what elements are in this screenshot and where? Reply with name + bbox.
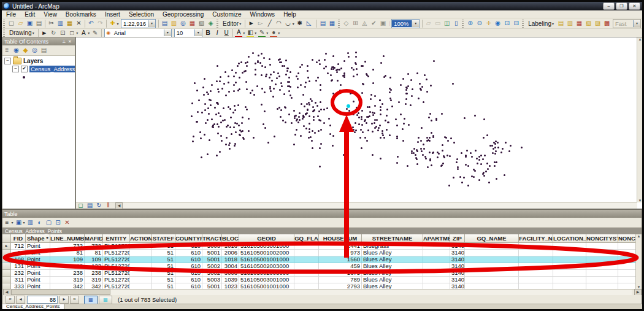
scroll-down-icon[interactable]: ▼: [637, 285, 641, 289]
edit-vertices-tool[interactable]: ◺: [305, 19, 313, 28]
zoom-out-tool[interactable]: ⊖: [475, 19, 484, 28]
search-window-button[interactable]: ◎: [179, 19, 188, 28]
fill-color-button[interactable]: ◧▾: [246, 29, 257, 37]
zoom-percent-dropdown-button[interactable]: ▾: [412, 20, 419, 27]
add-data-button[interactable]: ✚▾: [109, 19, 120, 28]
table-vertical-scrollbar[interactable]: ▲ ▼: [635, 234, 642, 289]
column-header-mafid[interactable]: MAFID: [85, 234, 103, 243]
column-header-bloc[interactable]: BLOC: [222, 234, 239, 243]
print-button[interactable]: ▤: [35, 19, 44, 28]
table-row[interactable]: 108Point109109PL512720516105001101851610…: [2, 256, 636, 263]
italic-button[interactable]: I: [213, 29, 221, 37]
row-selector-header[interactable]: [2, 234, 11, 243]
toolbar-grip[interactable]: [3, 29, 5, 37]
edit-tool[interactable]: ►: [247, 19, 256, 28]
row-selector[interactable]: [2, 256, 11, 263]
font-size-combo[interactable]: 10 ▾: [174, 29, 202, 37]
zoom-in-tool[interactable]: ⊕: [466, 19, 475, 28]
menu-geoprocessing[interactable]: Geoprocessing: [158, 11, 208, 18]
label-priority-button[interactable]: ▥: [566, 19, 575, 28]
zoom-percent-combo[interactable]: 100% ▾: [391, 19, 420, 28]
line-color-button[interactable]: ✎▾: [258, 29, 269, 37]
table-tab-census-address-points[interactable]: Census_Address_Points: [2, 304, 64, 310]
callout-tool[interactable]: ✎: [91, 29, 99, 37]
lock-labels-button[interactable]: ▧: [585, 19, 593, 28]
labeling-menu-button[interactable]: Labeling▾: [526, 20, 556, 28]
menu-bookmarks[interactable]: Bookmarks: [61, 11, 101, 18]
paste-button[interactable]: ▦: [66, 19, 74, 28]
new-map-file-button[interactable]: ▢: [7, 19, 16, 28]
title-bar[interactable]: Untitled - ArcMap – ❐ ✕: [2, 2, 642, 10]
label-engine-speed-dropdown-button[interactable]: ▾: [633, 20, 640, 27]
toolbar-grip[interactable]: [462, 20, 464, 28]
zoom-to-elements-button[interactable]: ⊡: [58, 29, 67, 37]
menu-edit[interactable]: Edit: [20, 11, 39, 18]
menu-view[interactable]: View: [39, 11, 61, 18]
menu-file[interactable]: File: [2, 11, 20, 18]
toc-close-button[interactable]: ✕: [67, 39, 73, 45]
first-record-button[interactable]: «: [6, 296, 15, 304]
record-number-input[interactable]: [27, 296, 58, 304]
column-header-countyf[interactable]: COUNTYF: [175, 234, 202, 243]
column-header-location-[interactable]: LOCATION_: [553, 234, 586, 243]
layout-zoom-page-width-button[interactable]: ▭: [434, 19, 442, 28]
bold-button[interactable]: B: [204, 29, 212, 37]
scroll-down-icon[interactable]: ▼: [638, 199, 642, 202]
scroll-up-icon[interactable]: ▲: [637, 234, 641, 238]
list-by-source-button[interactable]: ◉: [12, 46, 21, 55]
clear-selection-button[interactable]: ▢: [45, 218, 53, 227]
data-view-button[interactable]: ◻: [77, 201, 85, 210]
row-selector[interactable]: [2, 283, 11, 289]
edit-annotation-tool[interactable]: ▻: [256, 19, 265, 28]
view-unplaced-labels-button[interactable]: ▩: [603, 19, 611, 28]
column-header-shape-[interactable]: Shape *: [26, 234, 50, 243]
toolbar-grip[interactable]: [217, 20, 218, 28]
layout-view-button[interactable]: ▤: [86, 201, 94, 210]
show-all-records-button[interactable]: ▦: [84, 296, 98, 304]
arctoolbox-window-button[interactable]: ▦: [188, 19, 197, 28]
table-row[interactable]: 311Point319319PL512720516105003103951610…: [2, 277, 636, 283]
show-selected-records-button[interactable]: ▦: [99, 296, 112, 304]
column-header-noncityst[interactable]: NONCITYST: [586, 234, 618, 243]
validate-edits-button[interactable]: ✔: [369, 19, 378, 28]
cut-button[interactable]: ✂: [47, 19, 56, 28]
pause-drawing-button[interactable]: ‖: [104, 201, 113, 210]
create-features-window-button[interactable]: ⊞: [351, 19, 359, 28]
marker-color-button[interactable]: ●▾: [269, 29, 280, 37]
table-row[interactable]: 80Point8181PL512720516105001200651610500…: [2, 250, 636, 256]
toolbar-grip[interactable]: [3, 20, 5, 28]
list-by-drawing-order-button[interactable]: ≡: [3, 46, 12, 55]
font-combo[interactable]: ◉ Arial ▾: [104, 29, 172, 37]
switch-selection-button[interactable]: ◐: [36, 218, 44, 227]
label-manager-button[interactable]: ▤: [557, 19, 565, 28]
endpoint-arc-tool[interactable]: ◠: [275, 19, 283, 28]
refresh-view-button[interactable]: ↻: [95, 201, 104, 210]
table-row[interactable]: ▸712Point732732PL51272051610500310165161…: [2, 243, 636, 250]
layout-fixed-zoom-button[interactable]: ◫: [443, 19, 451, 28]
straight-segment-tool[interactable]: ╱: [266, 19, 274, 28]
column-header-entity[interactable]: ENTITY: [103, 234, 130, 243]
rotate-element-tool[interactable]: ↻: [49, 29, 58, 37]
table-options-button[interactable]: ≡▾: [3, 218, 14, 227]
toc-title-bar[interactable]: Table Of Contents ⊥ ✕: [2, 37, 75, 45]
topology-edit-button[interactable]: ◬: [360, 19, 369, 28]
selected-address-point[interactable]: [347, 104, 350, 108]
scroll-up-icon[interactable]: ▲: [638, 37, 642, 41]
layer-node-census-address-points[interactable]: − ✔ Census_Address_Points: [2, 65, 75, 73]
map-vertical-scrollbar[interactable]: ▲ ▼: [637, 37, 643, 202]
row-selector[interactable]: [2, 270, 11, 277]
list-by-visibility-button[interactable]: ◆: [21, 46, 30, 55]
map-scale-dropdown-button[interactable]: ▾: [148, 20, 155, 27]
row-selector[interactable]: [2, 250, 11, 256]
redo-button[interactable]: ↷: [96, 19, 105, 28]
column-header-streetname[interactable]: STREETNAME: [362, 234, 423, 243]
toc-options-button[interactable]: ▤: [40, 46, 48, 55]
column-header-geoid[interactable]: GEOID: [239, 234, 294, 243]
text-tool[interactable]: A▾: [79, 29, 90, 37]
column-header-housenum[interactable]: HOUSENUM: [319, 234, 362, 243]
fixed-zoom-out-button[interactable]: ⊟: [512, 19, 521, 28]
arc-segment-tool[interactable]: ◡▾: [284, 19, 295, 28]
column-header-noncitys-[interactable]: NONCITYS_: [618, 234, 636, 243]
open-file-button[interactable]: ▱: [17, 19, 25, 28]
column-header-statef[interactable]: STATEF: [152, 234, 175, 243]
